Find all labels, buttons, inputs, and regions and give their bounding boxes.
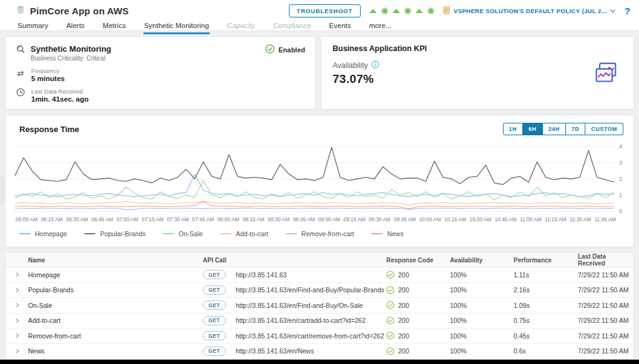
cell-availability: 100% — [450, 347, 514, 355]
trend-up-icon[interactable] — [369, 9, 377, 13]
policy-dropdown[interactable]: VSPHERE SOLUTION'S DEFAULT POLICY (JUL 2… — [443, 6, 615, 16]
expand-chevron-icon[interactable] — [14, 288, 19, 292]
panel-drag-handle[interactable] — [0, 176, 4, 205]
legend-item-homepage[interactable]: Homepage — [19, 230, 67, 237]
column-header-name[interactable]: Name — [28, 257, 203, 264]
expand-chevron-icon[interactable] — [14, 272, 19, 277]
x-tick: 10:00 AM — [419, 216, 441, 223]
expand-chevron-icon[interactable] — [14, 349, 19, 353]
check-circle-icon — [386, 332, 394, 340]
api-url: http://3.85.141.63/en/Find-and-Buy/On-Sa… — [236, 302, 363, 309]
info-icon[interactable] — [371, 60, 379, 70]
tab-events[interactable]: Events — [328, 20, 351, 34]
legend-item-popular-brands[interactable]: Popular-Brands — [84, 230, 145, 237]
x-tick: 06:00 AM — [16, 216, 37, 223]
status-badges — [369, 7, 434, 14]
svg-text:3: 3 — [619, 160, 622, 166]
svg-text:0: 0 — [619, 208, 622, 214]
help-icon[interactable]: ? — [625, 6, 630, 16]
x-tick: 09:00 AM — [318, 216, 340, 223]
legend-item-news[interactable]: News — [371, 230, 403, 237]
status-ok-icon[interactable] — [427, 7, 434, 14]
status-ok-icon[interactable] — [404, 7, 411, 14]
status-ok-icon[interactable] — [381, 7, 388, 14]
cell-api-call: GEThttp://3.85.141.63/en/cart/add-to-car… — [203, 316, 386, 325]
app-header: PimCore App on AWS TROUBLESHOOT VSPHERE … — [0, 0, 639, 31]
method-badge: GET — [203, 316, 226, 325]
trend-up-icon[interactable] — [416, 9, 423, 13]
table-row-news[interactable]: NewsGEThttp://3.85.141.63/en/News200100%… — [6, 344, 633, 360]
response-time-panel: Response Time 1H6H24H7DCUSTOM 01234 06:0… — [5, 115, 634, 247]
cell-name: News — [28, 347, 203, 355]
tab-synthetic-monitoring[interactable]: Synthetic Monitoring — [144, 20, 210, 34]
availability-label: Availability — [333, 61, 368, 70]
table-row-add-to-cart[interactable]: Add-to-cartGEThttp://3.85.141.63/en/cart… — [6, 314, 633, 329]
x-tick: 07:45 AM — [192, 216, 214, 223]
cell-last-data-received: 7/29/22 11:50 AM — [578, 271, 633, 279]
legend-swatch — [371, 233, 383, 234]
cell-response-code: 200 — [386, 301, 450, 309]
check-circle-icon — [386, 286, 394, 294]
x-tick: 10:30 AM — [469, 216, 491, 223]
x-tick: 07:15 AM — [142, 216, 163, 223]
legend-swatch — [84, 233, 95, 234]
card-title: Synthetic Monitoring — [31, 44, 111, 54]
cell-last-data-received: 7/29/22 11:50 AM — [578, 302, 633, 309]
method-badge: GET — [203, 300, 226, 310]
legend-label: Popular-Brands — [100, 230, 145, 237]
kpi-chart-icon — [595, 62, 617, 87]
table-row-popular-brands[interactable]: Popular-BrandsGEThttp://3.85.141.63/en/F… — [6, 283, 633, 299]
x-tick: 11:45 AM — [595, 216, 616, 223]
check-circle-icon — [386, 301, 394, 309]
range-button-7d[interactable]: 7D — [566, 123, 586, 135]
table-row-remove-from-cart[interactable]: Remove-from-cartGEThttp://3.85.141.63/en… — [6, 328, 633, 344]
legend-item-remove-from-cart[interactable]: Remove-from-cart — [286, 230, 354, 237]
expand-chevron-icon[interactable] — [14, 333, 19, 338]
table-row-on-sale[interactable]: On-SaleGEThttp://3.85.141.63/en/Find-and… — [6, 298, 633, 314]
trend-up-icon[interactable] — [393, 9, 400, 13]
column-header-api-call[interactable]: API Call — [203, 257, 386, 264]
legend-item-on-sale[interactable]: On-Sale — [163, 230, 203, 237]
column-header-performance[interactable]: Performance — [514, 257, 578, 264]
method-badge: GET — [203, 285, 226, 295]
x-tick: 11:00 AM — [520, 216, 541, 223]
table-body: HomepageGEThttp://3.85.141.63200100%1.11… — [6, 267, 633, 359]
range-button-custom[interactable]: CUSTOM — [585, 123, 623, 135]
x-tick: 08:45 AM — [293, 216, 315, 223]
window-bottom-edge — [0, 360, 639, 364]
range-button-24h[interactable]: 24H — [543, 123, 566, 135]
method-badge: GET — [203, 331, 226, 340]
x-tick: 11:30 AM — [570, 216, 591, 223]
legend-item-add-to-cart[interactable]: Add-to-cart — [220, 230, 268, 237]
column-header-availability[interactable]: Availability — [450, 257, 514, 264]
range-button-6h[interactable]: 6H — [523, 123, 543, 135]
legend-swatch — [19, 233, 31, 234]
svg-text:1: 1 — [619, 192, 622, 198]
range-button-1h[interactable]: 1H — [503, 123, 524, 135]
tab-alerts[interactable]: Alerts — [66, 20, 85, 34]
x-tick: 11:15 AM — [545, 216, 566, 223]
legend-label: Remove-from-cart — [301, 230, 354, 237]
response-code-value: 200 — [398, 347, 409, 355]
tab-more[interactable]: more... — [369, 20, 393, 34]
table-header: NameAPI CallResponse CodeAvailabilityPer… — [6, 253, 633, 267]
column-header-response-code[interactable]: Response Code — [386, 257, 450, 264]
clock-icon — [16, 88, 26, 99]
legend-label: Add-to-cart — [236, 230, 268, 237]
expand-chevron-icon[interactable] — [14, 303, 19, 307]
last-data-value: 1min. 41sec. ago — [31, 95, 89, 103]
cell-response-code: 200 — [386, 332, 450, 340]
table-row-homepage[interactable]: HomepageGEThttp://3.85.141.63200100%1.11… — [6, 267, 633, 283]
svg-text:2: 2 — [619, 176, 622, 182]
chart-legend: HomepagePopular-BrandsOn-SaleAdd-to-cart… — [19, 230, 625, 237]
enabled-label: Enabled — [278, 46, 305, 54]
cell-api-call: GEThttp://3.85.141.63/en/cart/remove-fro… — [203, 331, 386, 340]
cell-last-data-received: 7/29/22 11:50 AM — [578, 317, 633, 324]
x-tick: 09:15 AM — [343, 216, 365, 223]
troubleshoot-button[interactable]: TROUBLESHOOT — [289, 4, 361, 17]
x-axis-labels: 06:00 AM06:15 AM06:30 AM06:45 AM07:00 AM… — [16, 216, 616, 223]
column-header-last-data-received[interactable]: Last Data Received — [578, 253, 633, 267]
tab-summary[interactable]: Summary — [17, 20, 49, 34]
expand-chevron-icon[interactable] — [14, 318, 19, 323]
tab-metrics[interactable]: Metrics — [102, 20, 127, 34]
